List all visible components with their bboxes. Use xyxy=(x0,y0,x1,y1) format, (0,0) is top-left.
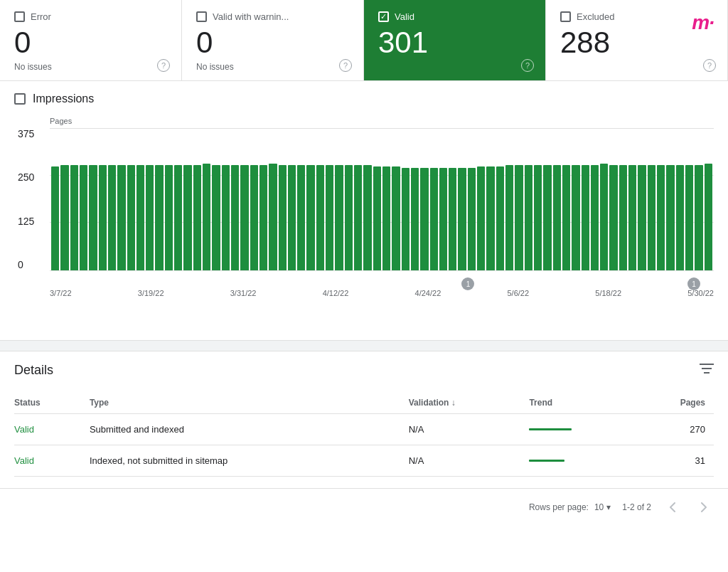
chart-bar xyxy=(60,165,68,270)
prev-page-button[interactable] xyxy=(663,497,682,517)
chart-bar xyxy=(146,165,154,270)
row1-type: Submitted and indexed xyxy=(90,414,409,445)
chart-bar xyxy=(402,168,410,270)
impressions-label: Impressions xyxy=(33,92,94,105)
chart-bar xyxy=(240,165,248,270)
x-label-1: 3/19/22 xyxy=(138,289,164,297)
chart-bar xyxy=(203,164,210,270)
grid-line-bottom xyxy=(50,270,714,271)
chart-bar xyxy=(515,165,523,270)
error-count: 0 xyxy=(14,28,167,58)
svg-rect-2 xyxy=(704,372,710,374)
chart-bar xyxy=(562,165,570,270)
chart-bar xyxy=(657,165,665,270)
logo: m· xyxy=(692,11,714,34)
excluded-label: Excluded xyxy=(577,11,614,22)
next-page-button[interactable] xyxy=(694,497,714,517)
valid-count: 301 xyxy=(378,28,531,58)
chart-bar xyxy=(543,165,551,270)
page-info: 1-2 of 2 xyxy=(622,502,651,512)
chart-bar xyxy=(155,165,163,270)
trend-line-2 xyxy=(529,460,632,462)
status-card-valid-warning[interactable]: Valid with warnin... 0 No issues ? xyxy=(182,0,364,80)
card-header-valid: ✓ Valid xyxy=(378,11,531,22)
chart-bar xyxy=(99,165,107,270)
x-label-5: 5/6/22 xyxy=(508,289,530,297)
excluded-count: 288 xyxy=(560,28,713,58)
y-label-0: 0 xyxy=(18,259,46,270)
excluded-help-icon[interactable]: ? xyxy=(703,59,716,72)
chart-bar xyxy=(193,165,201,270)
bars-container xyxy=(50,128,714,270)
x-label-4: 4/24/22 xyxy=(415,289,441,297)
x-label-3: 4/12/22 xyxy=(323,289,349,297)
chart-bar xyxy=(51,166,59,270)
x-label-7: 5/30/22 xyxy=(687,289,714,297)
chart-bar xyxy=(695,165,702,270)
chart-bar xyxy=(288,165,296,270)
chart-area: Pages 375 250 125 0 1 1 xyxy=(14,117,714,326)
chart-bar xyxy=(591,165,599,270)
chart-bar xyxy=(212,165,220,270)
chart-bar xyxy=(685,165,693,270)
row2-type: Indexed, not submitted in sitemap xyxy=(90,445,409,477)
table-header-row: Status Type Validation ↓ Trend Pages xyxy=(14,392,714,414)
filter-icon[interactable] xyxy=(700,363,714,378)
details-title: Details xyxy=(14,363,53,378)
card-header-excluded: Excluded xyxy=(560,11,713,22)
chart-bar xyxy=(127,165,135,270)
impressions-checkbox[interactable] xyxy=(14,93,26,105)
chart-bar xyxy=(250,165,258,270)
row1-trend xyxy=(529,414,641,445)
chart-bar xyxy=(345,165,353,270)
chart-bar xyxy=(269,164,277,270)
y-axis-labels: 375 250 125 0 xyxy=(18,128,46,270)
chart-bar xyxy=(496,166,504,270)
chart-bar xyxy=(279,165,287,270)
error-checkbox[interactable] xyxy=(14,11,25,22)
chart-bar xyxy=(505,165,513,270)
chart-bar xyxy=(572,165,579,270)
row1-status: Valid xyxy=(14,414,90,445)
table-row: Valid Indexed, not submitted in sitemap … xyxy=(14,445,714,477)
prev-page-icon xyxy=(670,502,675,512)
details-section: Details Status Type Validation ↓ Trend P… xyxy=(0,351,728,488)
chart-bar xyxy=(411,168,419,270)
col-validation[interactable]: Validation ↓ xyxy=(409,392,530,414)
chart-bar xyxy=(222,165,230,270)
chart-bar xyxy=(80,165,87,270)
status-valid-1: Valid xyxy=(14,424,34,435)
chart-bar xyxy=(609,165,617,270)
chart-wrapper: 375 250 125 0 1 1 xyxy=(50,128,714,270)
error-help-icon[interactable]: ? xyxy=(157,59,170,72)
annotation-dot-2: 1 xyxy=(687,277,700,290)
chart-bar xyxy=(638,165,646,270)
details-header: Details xyxy=(14,363,714,378)
valid-checkbox[interactable]: ✓ xyxy=(378,11,389,22)
chart-bar xyxy=(676,165,684,270)
rows-per-page: Rows per page: 10 ▾ xyxy=(529,502,611,512)
pagination-bar: Rows per page: 10 ▾ 1-2 of 2 xyxy=(0,488,728,526)
chart-bar xyxy=(354,165,362,270)
valid-warning-help-icon[interactable]: ? xyxy=(339,59,352,72)
chart-bar xyxy=(666,165,674,270)
chart-bar xyxy=(70,165,78,270)
pages-label: Pages xyxy=(50,117,714,125)
row2-validation: N/A xyxy=(409,445,530,477)
rows-select[interactable]: 10 ▾ xyxy=(594,502,611,512)
col-trend: Trend xyxy=(529,392,641,414)
valid-warning-label: Valid with warnin... xyxy=(213,11,289,22)
row1-pages: 270 xyxy=(641,414,714,445)
col-status: Status xyxy=(14,392,90,414)
svg-rect-0 xyxy=(700,364,714,365)
chart-bar xyxy=(525,165,532,270)
valid-warning-checkbox[interactable] xyxy=(196,11,207,22)
valid-label: Valid xyxy=(395,11,414,22)
chart-bar xyxy=(439,168,447,270)
rows-per-page-label: Rows per page: xyxy=(529,502,589,512)
valid-help-icon[interactable]: ? xyxy=(521,59,534,72)
excluded-checkbox[interactable] xyxy=(560,11,571,22)
status-card-valid[interactable]: ✓ Valid 301 ? xyxy=(364,0,546,80)
status-card-error[interactable]: Error 0 No issues ? xyxy=(0,0,182,80)
section-separator xyxy=(0,340,728,351)
